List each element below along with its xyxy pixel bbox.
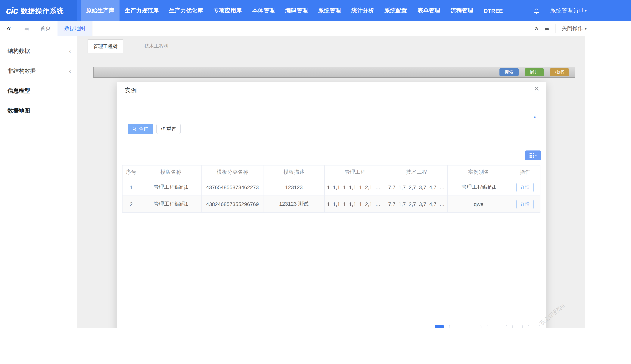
table-cell: 7,7_1,7_2,7_3,7_4,7_5,... [386, 179, 448, 196]
chevron-left-icon: ‹ [69, 48, 71, 54]
detail-button[interactable]: 详情 [516, 182, 534, 192]
filter-actions: 查询 ↺ 重置 [128, 124, 181, 134]
search-icon [133, 127, 137, 131]
page-tabs: 管理工程树技术工程树 [88, 40, 580, 53]
logo-mark: cic [6, 5, 18, 16]
detail-button[interactable]: 详情 [516, 200, 534, 209]
close-icon[interactable]: × [534, 84, 539, 93]
user-menu[interactable]: 系统管理员ui ▾ [550, 7, 587, 14]
sidebar-items: 数据准备‹结构数据‹非结构数据‹信息模型数据地图 [0, 22, 77, 121]
reset-button[interactable]: ↺ 重置 [156, 124, 181, 134]
scroll-tabs-left-icon[interactable]: ◀◀ [18, 26, 34, 30]
page-button-active[interactable] [435, 325, 444, 328]
chevron-down-icon: ▾ [535, 154, 537, 157]
nav-item[interactable]: 统计分析 [346, 0, 379, 22]
nav-item[interactable]: DTREE [478, 0, 508, 22]
table-header-cell: 模板描述 [263, 165, 325, 179]
nav-item[interactable]: 原始生产库 [81, 0, 119, 22]
user-name: 系统管理员ui [550, 7, 583, 14]
divider [122, 146, 540, 146]
main-content: 管理工程树技术工程树 搜索 展开 收缩 实例 × « 查询 ↺ 重置 [77, 36, 585, 328]
nav-item[interactable]: 编码管理 [280, 0, 313, 22]
nav-item[interactable]: 流程管理 [445, 0, 478, 22]
tabbar-tab[interactable]: 首页 [34, 22, 58, 36]
back-to-top-icon[interactable]: « [533, 27, 540, 30]
table-cell: 7,7_1,7_2,7_3,7_4,7_5,... [386, 196, 448, 212]
page-size-select[interactable] [449, 325, 481, 328]
table-header-cell: 管理工程 [325, 165, 386, 179]
table-cell: 管理工程编码1 [140, 196, 202, 212]
close-operations-label: 关闭操作 [562, 25, 583, 32]
sidebar-item[interactable]: 非结构数据‹ [0, 61, 77, 81]
table-cell: 437654855873462273 [202, 179, 263, 196]
table-cell: 1_1,1_1_1,1_1_2,1_1_... [325, 196, 386, 212]
tabbar-right: « ▶▶ 关闭操作 ▾ [535, 22, 587, 36]
instance-table: 序号模版名称模板分类名称模板描述管理工程技术工程实例别名操作 1管理工程编码14… [122, 165, 540, 213]
sidebar: 数据准备‹结构数据‹非结构数据‹信息模型数据地图 [0, 22, 77, 328]
sidebar-item[interactable]: 数据地图 [0, 101, 77, 121]
sidebar-item[interactable]: 结构数据‹ [0, 41, 77, 61]
notification-bell-icon[interactable] [533, 8, 540, 14]
sidebar-item-label: 数据地图 [8, 107, 30, 114]
chevron-down-icon: ▾ [585, 9, 587, 13]
navbar-right: 系统管理员ui ▾ [533, 7, 631, 14]
nav-item[interactable]: 系统管理 [313, 0, 346, 22]
sidebar-item[interactable]: 信息模型 [0, 81, 77, 101]
nav-item[interactable]: 生产力优化库 [164, 0, 208, 22]
pager-next-button[interactable] [528, 325, 540, 328]
table-header-cell: 技术工程 [386, 165, 448, 179]
table-cell: 123123 测试 [263, 196, 325, 212]
table-cell: 2 [122, 196, 140, 212]
table-cell: 438246857355296769 [202, 196, 263, 212]
table-header-row: 序号模版名称模板分类名称模板描述管理工程技术工程实例别名操作 [122, 165, 540, 179]
nav-item[interactable]: 本体管理 [247, 0, 280, 22]
table-cell: 1 [122, 179, 140, 196]
sidebar-item-label: 信息模型 [8, 88, 30, 94]
breadcrumb-tabbar: « ◀◀ 首页数据地图 « ▶▶ 关闭操作 ▾ [0, 22, 631, 36]
app-logo: cic 数据操作系统 [0, 0, 77, 22]
page-tab[interactable]: 管理工程树 [88, 40, 123, 53]
tree-toolbar: 搜索 展开 收缩 [93, 67, 575, 78]
scroll-tabs-right-icon[interactable]: ▶▶ [545, 26, 549, 30]
table-cell-actions: 详情 [510, 196, 540, 212]
table-header-cell: 模版名称 [140, 165, 202, 179]
query-button[interactable]: 查询 [128, 124, 153, 134]
column-settings-button[interactable]: ▾ [525, 150, 541, 160]
chevron-down-icon: ▾ [585, 26, 587, 30]
pagination [435, 325, 540, 328]
tree-expand-button[interactable]: 展开 [525, 68, 544, 76]
chevron-left-icon: ‹ [69, 68, 71, 74]
page-tab[interactable]: 技术工程树 [139, 40, 174, 53]
table-cell-actions: 详情 [510, 179, 540, 196]
nav-item[interactable]: 生产力规范库 [119, 0, 164, 22]
page-jump-input[interactable] [487, 325, 507, 328]
instance-dialog: 实例 × « 查询 ↺ 重置 ▾ [117, 82, 546, 328]
table-header-cell: 操作 [510, 165, 540, 179]
tabbar-tab[interactable]: 数据地图 [58, 22, 92, 36]
table-header-cell: 模板分类名称 [202, 165, 263, 179]
table-cell: 管理工程编码1 [448, 179, 510, 196]
table-header-cell: 实例别名 [448, 165, 510, 179]
user-watermark: 系统管理员ui [538, 302, 566, 327]
tree-search-button[interactable]: 搜索 [499, 68, 519, 76]
reset-icon: ↺ [161, 126, 165, 131]
reset-button-label: 重置 [166, 126, 176, 132]
tree-collapse-button[interactable]: 收缩 [550, 68, 569, 76]
navbar-items: 原始生产库生产力规范库生产力优化库专项应用库本体管理编码管理系统管理统计分析系统… [81, 0, 508, 22]
tabbar-tabs: 首页数据地图 [34, 22, 92, 36]
app-root: cic 数据操作系统 原始生产库生产力规范库生产力优化库专项应用库本体管理编码管… [0, 0, 631, 364]
table-header-cell: 序号 [122, 165, 140, 179]
nav-item[interactable]: 系统配置 [379, 0, 412, 22]
sidebar-item-label: 非结构数据 [8, 68, 36, 75]
sidebar-collapse-icon[interactable]: « [0, 22, 18, 36]
nav-item[interactable]: 专项应用库 [208, 0, 247, 22]
query-button-label: 查询 [139, 126, 148, 132]
sidebar-item-label: 结构数据 [8, 48, 30, 55]
close-operations-menu[interactable]: 关闭操作 ▾ [555, 24, 587, 33]
filter-collapse-icon[interactable]: « [533, 115, 538, 118]
grid-icon [529, 153, 534, 158]
dialog-title: 实例 [125, 87, 137, 94]
pager-prev-button[interactable] [512, 325, 523, 328]
nav-item[interactable]: 表单管理 [412, 0, 445, 22]
table-cell: 1_1,1_1_1,1_1_2,1_1_... [325, 179, 386, 196]
